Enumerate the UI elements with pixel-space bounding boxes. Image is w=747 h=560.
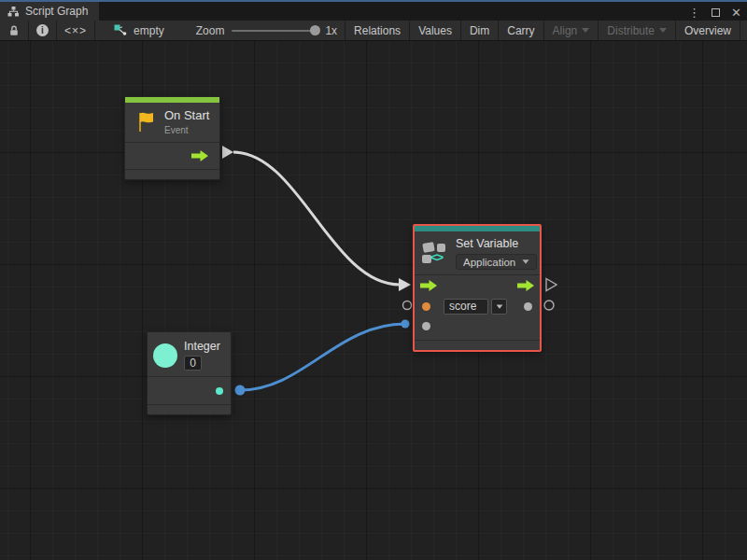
onstart-flow-out-connector[interactable] bbox=[222, 146, 233, 159]
setvariable-flow-out-port-outline[interactable] bbox=[546, 279, 557, 291]
relations-label: Relations bbox=[354, 24, 401, 37]
zoom-value: 1x bbox=[325, 24, 337, 37]
setvariable-flow-in-arrowhead[interactable] bbox=[399, 278, 411, 291]
name-in-port[interactable] bbox=[422, 302, 430, 311]
integer-value-out-connector[interactable] bbox=[235, 385, 246, 396]
chevron-down-icon bbox=[582, 28, 589, 33]
values-button[interactable]: Values bbox=[409, 21, 460, 40]
value-in-port[interactable] bbox=[422, 322, 430, 330]
info-button[interactable]: i bbox=[29, 21, 57, 40]
dim-label: Dim bbox=[470, 24, 489, 37]
node-footer bbox=[415, 340, 540, 350]
lock-icon bbox=[7, 24, 21, 37]
variables-icon: <> bbox=[422, 242, 448, 266]
node-integer[interactable]: Integer 0 bbox=[147, 331, 232, 415]
node-footer bbox=[148, 404, 231, 414]
align-label: Align bbox=[553, 24, 578, 37]
fullscreen-button[interactable]: Full Screen bbox=[740, 21, 747, 40]
graph-breadcrumb-icon bbox=[114, 24, 128, 36]
flow-in-port[interactable] bbox=[420, 280, 437, 291]
breadcrumb-label: empty bbox=[134, 24, 164, 37]
setvariable-name-in-port-outline[interactable] bbox=[403, 301, 412, 310]
carry-button[interactable]: Carry bbox=[498, 21, 543, 40]
maximize-icon[interactable] bbox=[712, 8, 720, 17]
title-bar: Script Graph ⋮ ✕ bbox=[0, 0, 747, 21]
values-label: Values bbox=[418, 24, 452, 37]
node-set-variable[interactable]: <> Set Variable Application bbox=[413, 224, 542, 352]
setvariable-value-in-connector[interactable] bbox=[402, 320, 410, 329]
distribute-button[interactable]: Distribute bbox=[598, 21, 675, 40]
chevron-down-icon bbox=[659, 28, 667, 33]
node-title: On Start bbox=[164, 109, 209, 123]
align-button[interactable]: Align bbox=[543, 21, 599, 40]
node-on-start[interactable]: On Start Event bbox=[124, 96, 220, 180]
chevron-down-icon bbox=[496, 304, 502, 308]
distribute-label: Distribute bbox=[607, 24, 655, 37]
tab-script-graph[interactable]: Script Graph bbox=[0, 2, 99, 21]
flag-icon bbox=[134, 110, 157, 134]
wire-onstart-to-setvariable[interactable] bbox=[233, 152, 400, 285]
carry-label: Carry bbox=[507, 24, 534, 37]
setvariable-value-out-port-outline[interactable] bbox=[544, 301, 554, 310]
integer-type-icon bbox=[153, 343, 177, 368]
lock-button[interactable] bbox=[0, 21, 29, 40]
variable-name-dropdown-button[interactable] bbox=[491, 299, 507, 315]
dim-button[interactable]: Dim bbox=[460, 21, 498, 40]
zoom-control: Zoom 1x bbox=[172, 21, 345, 40]
scope-value: Application bbox=[463, 257, 515, 268]
wire-layer bbox=[0, 41, 747, 560]
graph-breadcrumb[interactable]: empty bbox=[95, 21, 172, 40]
node-title: Integer bbox=[184, 340, 220, 353]
script-graph-window: Script Graph ⋮ ✕ i <×> empty bbox=[0, 0, 747, 560]
node-subtitle: Event bbox=[164, 125, 209, 135]
node-title: Set Variable bbox=[456, 237, 537, 250]
wire-integer-to-setvariable[interactable] bbox=[240, 324, 405, 390]
variable-name-input[interactable] bbox=[444, 299, 488, 315]
integer-value-input[interactable]: 0 bbox=[184, 356, 202, 371]
integer-value-out-port[interactable] bbox=[216, 387, 223, 395]
graph-toolbar: i <×> empty Zoom 1x Relations Value bbox=[0, 21, 747, 41]
overview-label: Overview bbox=[684, 24, 731, 37]
variable-scope-dropdown[interactable]: Application bbox=[456, 254, 537, 270]
window-menu-icon[interactable]: ⋮ bbox=[688, 6, 700, 20]
code-view-icon: <×> bbox=[64, 24, 87, 37]
code-view-button[interactable]: <×> bbox=[57, 21, 95, 40]
flow-out-port[interactable] bbox=[517, 280, 534, 291]
zoom-slider-handle[interactable] bbox=[310, 25, 320, 35]
close-icon[interactable]: ✕ bbox=[731, 6, 741, 20]
tab-title: Script Graph bbox=[25, 5, 88, 18]
zoom-label: Zoom bbox=[196, 24, 225, 37]
overview-button[interactable]: Overview bbox=[675, 21, 740, 40]
chevron-down-icon bbox=[523, 260, 529, 265]
toolbar-button-group: Relations Values Dim Carry Align Distrib… bbox=[345, 21, 747, 40]
flow-out-port[interactable] bbox=[191, 150, 208, 161]
zoom-slider[interactable] bbox=[232, 30, 317, 32]
graph-canvas[interactable]: On Start Event <> Set Variable bbox=[0, 41, 747, 560]
relations-button[interactable]: Relations bbox=[345, 21, 409, 40]
value-out-port[interactable] bbox=[524, 302, 532, 311]
info-icon: i bbox=[36, 24, 49, 36]
node-footer bbox=[125, 169, 219, 179]
graph-hierarchy-icon bbox=[7, 6, 20, 18]
